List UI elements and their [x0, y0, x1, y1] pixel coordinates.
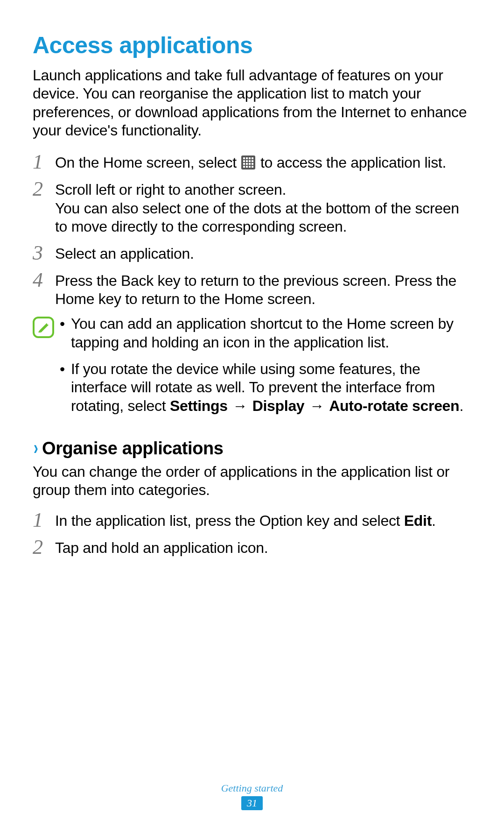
svg-rect-13	[243, 166, 245, 168]
step-number: 2	[33, 179, 49, 199]
note-bold: Display	[252, 397, 305, 414]
note-bold: Settings	[170, 397, 228, 414]
svg-rect-15	[249, 166, 251, 168]
svg-rect-11	[249, 163, 251, 165]
step-text: Select an application.	[55, 243, 471, 263]
svg-rect-10	[246, 163, 248, 165]
svg-rect-2	[246, 157, 248, 159]
step-text: Press the Back key to return to the prev…	[55, 270, 471, 309]
step-4: 4 Press the Back key to return to the pr…	[33, 270, 471, 309]
step-number: 1	[33, 510, 49, 530]
step-text: Scroll left or right to another screen. …	[55, 179, 471, 236]
svg-rect-14	[246, 166, 248, 168]
subheading-title: Organise applications	[42, 438, 224, 459]
note-bullet-2: If you rotate the device while using som…	[60, 360, 471, 415]
note-block: You can add an application shortcut to t…	[33, 315, 471, 424]
step-text-part: You can also select one of the dots at t…	[55, 200, 459, 235]
page-footer: Getting started 31	[0, 782, 504, 810]
chevron-icon: ›	[34, 437, 38, 459]
step-text-part: In the application list, press the Optio…	[55, 512, 404, 529]
step-number: 2	[33, 537, 49, 558]
step-2: 2 Scroll left or right to another screen…	[33, 179, 471, 236]
step-text-part: .	[432, 512, 436, 529]
step-3: 3 Select an application.	[33, 243, 471, 263]
svg-rect-8	[252, 160, 253, 162]
svg-rect-12	[252, 163, 253, 165]
step-1: 1 On the Home screen, select to access t…	[33, 152, 471, 172]
step-text-part: Scroll left or right to another screen.	[55, 181, 286, 198]
note-text-part: .	[459, 397, 463, 414]
step-number: 1	[33, 152, 49, 172]
svg-rect-3	[249, 157, 251, 159]
subheading-row: › Organise applications	[33, 437, 471, 459]
note-icon	[33, 332, 54, 339]
step-number: 3	[33, 243, 49, 263]
step-text-part: to access the application list.	[256, 154, 446, 171]
step-number: 4	[33, 270, 49, 290]
note-bullet-1: You can add an application shortcut to t…	[60, 315, 471, 352]
svg-rect-9	[243, 163, 245, 165]
step-text: On the Home screen, select to access the…	[55, 152, 471, 172]
arrow-icon: →	[305, 397, 328, 414]
svg-rect-16	[252, 166, 253, 168]
page-title: Access applications	[33, 32, 471, 59]
page-number-badge: 31	[241, 796, 263, 810]
sub-step-1: 1 In the application list, press the Opt…	[33, 510, 471, 530]
step-text: Tap and hold an application icon.	[55, 537, 471, 557]
svg-rect-7	[249, 160, 251, 162]
step-text: In the application list, press the Optio…	[55, 510, 471, 530]
svg-rect-6	[246, 160, 248, 162]
arrow-icon: →	[229, 397, 252, 414]
svg-rect-1	[243, 157, 245, 159]
intro-paragraph: Launch applications and take full advant…	[33, 66, 471, 140]
step-bold: Edit	[404, 512, 432, 529]
sub-intro: You can change the order of applications…	[33, 463, 471, 500]
step-text-part: On the Home screen, select	[55, 154, 240, 171]
footer-section-label: Getting started	[0, 782, 504, 794]
note-bold: Auto-rotate screen	[329, 397, 459, 414]
svg-rect-5	[243, 160, 245, 162]
apps-grid-icon	[241, 156, 255, 170]
svg-rect-4	[252, 157, 253, 159]
sub-step-2: 2 Tap and hold an application icon.	[33, 537, 471, 558]
